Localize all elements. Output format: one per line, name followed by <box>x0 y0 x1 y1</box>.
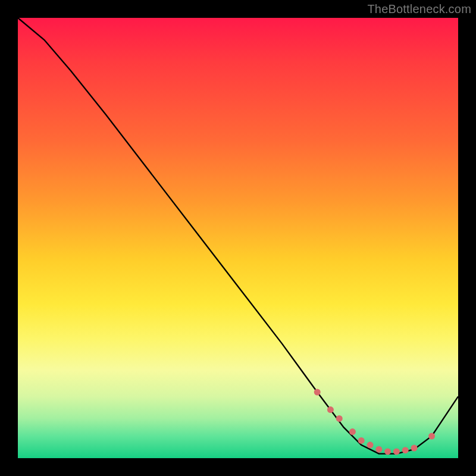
highlight-dot <box>336 415 343 422</box>
highlight-markers <box>314 389 435 455</box>
highlight-dot <box>375 446 382 453</box>
highlight-dot <box>327 406 334 413</box>
chart-svg <box>18 18 458 458</box>
highlight-dot <box>428 433 435 440</box>
bottleneck-curve <box>18 18 458 454</box>
highlight-dot <box>349 428 356 435</box>
highlight-dot <box>314 389 321 396</box>
chart-stage: TheBottleneck.com <box>0 0 476 476</box>
plot-area <box>18 18 458 458</box>
highlight-dot <box>411 445 418 452</box>
highlight-dot <box>393 448 400 455</box>
attribution-label: TheBottleneck.com <box>367 2 471 16</box>
highlight-dot <box>402 447 409 453</box>
highlight-dot <box>384 448 391 455</box>
highlight-dot <box>367 441 374 448</box>
highlight-dot <box>358 437 365 444</box>
